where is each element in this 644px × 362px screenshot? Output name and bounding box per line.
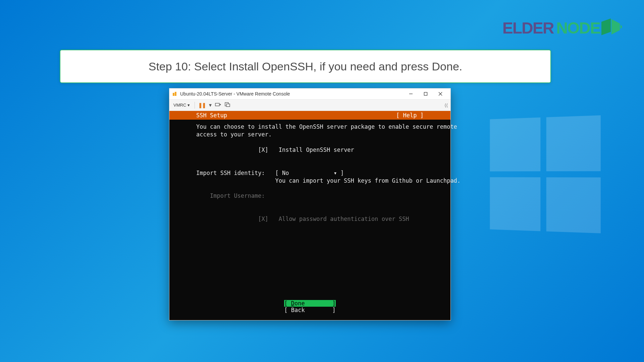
svg-marker-2: [621, 24, 622, 29]
done-button[interactable]: [ Done ]: [284, 300, 336, 307]
import-identity-hint: You can import your SSH keys from Github…: [196, 177, 424, 185]
send-cad-icon[interactable]: [215, 102, 221, 109]
window-titlebar[interactable]: Ubuntu-20.04LTS-Server - VMware Remote C…: [169, 88, 450, 100]
help-button[interactable]: [ Help ]: [396, 112, 424, 119]
brand-elder: ELDER: [502, 19, 554, 37]
svg-rect-3: [173, 93, 174, 96]
maximize-button[interactable]: [418, 89, 433, 99]
pause-icon[interactable]: ❚❚: [198, 102, 206, 108]
svg-marker-0: [601, 18, 611, 35]
installer-title: SSH Setup: [196, 112, 396, 119]
instruction-text: Step 10: Select Install OpenSSH, if you …: [149, 60, 463, 73]
description-text: You can choose to install the OpenSSH se…: [196, 123, 424, 138]
vmware-toolbar: VMRC ▾ ❚❚ ▾ ⟨⟨: [169, 100, 450, 111]
vmware-window: Ubuntu-20.04LTS-Server - VMware Remote C…: [169, 88, 451, 320]
svg-rect-4: [175, 92, 176, 96]
svg-rect-11: [226, 104, 230, 107]
installer-body: You can choose to install the OpenSSH se…: [169, 120, 450, 223]
svg-rect-9: [215, 103, 219, 106]
terminal-screen[interactable]: SSH Setup [ Help ] You can choose to ins…: [169, 111, 450, 320]
vmrc-menu[interactable]: VMRC ▾: [172, 103, 191, 108]
import-identity-row[interactable]: Import SSH identity: [ No ▾ ]: [196, 169, 424, 177]
brand-logo: ELDER NODE: [502, 18, 622, 37]
minimize-button[interactable]: [404, 89, 418, 99]
install-openssh-row[interactable]: [X] Install OpenSSH server: [196, 146, 424, 154]
collapse-icon[interactable]: ⟨⟨: [444, 103, 448, 108]
brand-play-icon: [601, 18, 622, 37]
instruction-bar: Step 10: Select Install OpenSSH, if you …: [60, 50, 551, 83]
window-title: Ubuntu-20.04LTS-Server - VMware Remote C…: [180, 91, 404, 97]
back-button[interactable]: [ Back ]: [284, 307, 336, 313]
fullscreen-icon[interactable]: [224, 102, 230, 109]
import-username-row: Import Username:: [196, 192, 424, 200]
pause-dropdown-icon[interactable]: ▾: [209, 102, 212, 108]
close-button[interactable]: [433, 89, 448, 99]
windows-logo-bg: [490, 115, 601, 233]
vmware-app-icon: [172, 91, 177, 97]
installer-header: SSH Setup [ Help ]: [169, 111, 450, 120]
svg-rect-6: [424, 93, 427, 96]
installer-footer: [ Done ] [ Back ]: [169, 300, 450, 313]
allow-password-row: [X] Allow password authentication over S…: [196, 215, 424, 223]
svg-marker-1: [611, 19, 620, 35]
brand-node: NODE: [556, 19, 600, 37]
chevron-down-icon: ▾: [187, 103, 190, 108]
